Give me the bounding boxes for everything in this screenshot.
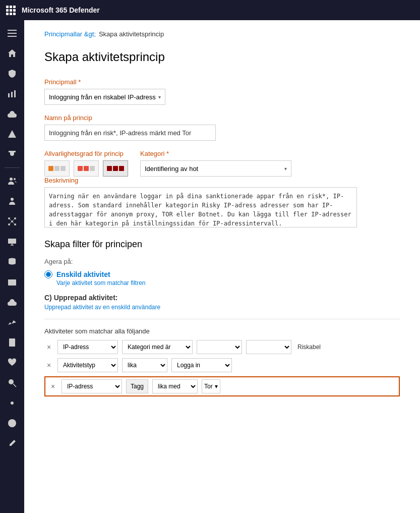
heart-icon[interactable] (2, 354, 22, 372)
filter-row3-operator[interactable]: lika med (152, 379, 198, 393)
cloud-upload-icon[interactable] (2, 105, 22, 123)
kategori-value: Identifiering av hot (145, 165, 198, 173)
filter-row3-close[interactable]: × (48, 382, 57, 390)
page-title: Skapa aktivitetsprincip (44, 50, 400, 64)
svg-point-9 (14, 178, 16, 180)
upprepad-desc: Upprepad aktivitet av en enskild använda… (44, 304, 400, 311)
network-icon[interactable] (2, 212, 22, 231)
breadcrumb-link[interactable]: Principmallar &gt; (44, 30, 96, 38)
app-title: Microsoft 365 Defender (22, 6, 100, 14)
filter-row1-operator[interactable]: Kategori med är (122, 340, 193, 354)
svg-point-10 (11, 198, 14, 201)
svg-line-19 (13, 222, 14, 223)
svg-point-13 (14, 217, 16, 219)
enskild-desc: Varje aktivitet som matchar filtren (56, 279, 400, 287)
severity-high-btn[interactable] (103, 160, 128, 177)
filter-row-1: × IP-adress Kategori med är Riskabel (44, 340, 400, 354)
aktiviteter-label: Aktiviteter som matchar alla följande (44, 327, 400, 335)
svg-line-18 (10, 222, 11, 223)
home-icon[interactable] (2, 44, 22, 63)
filter-row3-tag: Tagg (126, 379, 148, 393)
menu-toggle[interactable] (2, 24, 22, 42)
svg-point-15 (14, 223, 16, 225)
section-divider (44, 319, 400, 319)
filter-row3-tor-value: Tor (204, 383, 213, 390)
enskild-option: Enskild aktivitet Varje aktivitet som ma… (44, 270, 400, 287)
filter-row1-field[interactable]: IP-adress (57, 340, 118, 354)
filter-row2-close[interactable]: × (44, 361, 53, 369)
document-icon[interactable] (2, 333, 22, 352)
filter-row2-value[interactable]: Logga in (171, 358, 232, 372)
shield-icon[interactable] (2, 65, 22, 83)
database-icon[interactable] (2, 253, 22, 271)
filter-row3-value-select[interactable]: Tor ▾ (202, 379, 220, 393)
chart-line-icon[interactable] (2, 313, 22, 331)
svg-line-16 (10, 219, 11, 220)
filter-row2-field[interactable]: Aktivitetstyp (57, 358, 118, 372)
svg-point-31 (11, 402, 14, 405)
beskrivning-label: Beskrivning (44, 177, 400, 184)
breadcrumb-current: Skapa aktivitetsprincip (99, 30, 164, 38)
upprepad-title[interactable]: C) Upprepad aktivitet: (44, 294, 400, 302)
cloud2-icon[interactable] (2, 293, 22, 311)
topbar: Microsoft 365 Defender (0, 0, 420, 20)
device-icon[interactable] (2, 233, 22, 251)
trophy-icon[interactable] (2, 145, 22, 163)
principmall-group: Principmall Inloggning från en riskabel … (44, 78, 400, 105)
filter-row-3-highlighted: × IP-adress Tagg lika med Tor ▾ (44, 376, 400, 396)
filter-row1-close[interactable]: × (44, 343, 53, 351)
filter-section: Skapa filter för principen Agera på: Ens… (44, 239, 400, 396)
svg-rect-4 (11, 92, 13, 97)
severity-category-row: Allvarlighetsgrad för princip (44, 150, 400, 177)
filter-row2-operator[interactable]: lika (122, 358, 167, 372)
severity-buttons (44, 160, 128, 177)
enskild-radio-label[interactable]: Enskild aktivitet (44, 270, 400, 278)
filter-row-2: × Aktivitetstyp lika Logga in (44, 358, 400, 372)
filter-row1-right-label: Riskabel (297, 344, 321, 351)
principmall-arrow-icon: ▾ (158, 94, 161, 100)
enskild-radio[interactable] (44, 270, 52, 278)
gear-icon[interactable] (2, 394, 22, 412)
search-icon[interactable] (2, 374, 22, 392)
upprepad-section: C) Upprepad aktivitet: Upprepad aktivite… (44, 294, 400, 311)
svg-line-17 (13, 219, 14, 220)
namn-input[interactable] (44, 125, 216, 141)
info-icon[interactable] (2, 414, 22, 432)
svg-line-30 (13, 384, 16, 387)
severity-low-btn[interactable] (44, 160, 70, 177)
beskrivning-group: Beskrivning Varning när en användare log… (44, 177, 400, 229)
svg-point-12 (8, 217, 10, 219)
namn-label: Namn på princip (44, 114, 400, 122)
users-icon[interactable] (2, 172, 22, 190)
svg-rect-0 (8, 30, 17, 31)
agera-label: Agera på: (44, 258, 400, 265)
svg-point-11 (11, 220, 13, 222)
filter-row1-value1[interactable] (197, 340, 242, 354)
sidebar (0, 20, 24, 513)
filter-row1-value2[interactable] (246, 340, 291, 354)
kategori-select[interactable]: Identifiering av hot ▾ (140, 160, 291, 177)
svg-rect-3 (8, 93, 10, 97)
kategori-arrow-icon: ▾ (284, 166, 287, 172)
principmall-value: Inloggning från en riskabel IP-adress (49, 93, 156, 101)
severity-medium-btn[interactable] (74, 160, 99, 177)
breadcrumb: Principmallar &gt; Skapa aktivitetsprinc… (44, 30, 400, 38)
edit-icon[interactable] (2, 434, 22, 452)
alert-icon[interactable] (2, 125, 22, 143)
principmall-select[interactable]: Inloggning från en riskabel IP-adress ▾ (44, 89, 165, 105)
graph-icon[interactable] (2, 85, 22, 103)
principmall-label: Principmall (44, 78, 400, 86)
group-settings-icon[interactable] (2, 192, 22, 210)
category-group: Kategori Identifiering av hot ▾ (140, 150, 291, 177)
filter-row3-arrow-icon: ▾ (215, 383, 218, 390)
beskrivning-textarea[interactable]: Varning när en användare loggar in på di… (44, 187, 357, 227)
app-launcher-icon[interactable] (6, 6, 16, 15)
kategori-label: Kategori (140, 150, 291, 157)
svg-rect-2 (8, 36, 17, 37)
mail-icon[interactable] (2, 273, 22, 291)
svg-rect-5 (14, 90, 16, 97)
namn-group: Namn på princip (44, 114, 400, 141)
svg-point-7 (12, 136, 13, 137)
filter-row3-field[interactable]: IP-adress (62, 379, 122, 393)
svg-point-14 (8, 223, 10, 225)
